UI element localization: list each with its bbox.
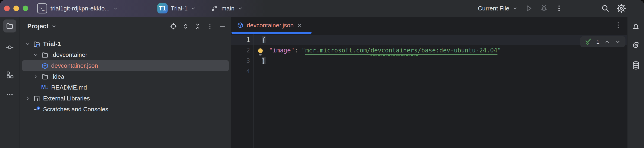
tree-item-label: .idea (51, 73, 64, 80)
project-tree: Trial-1 .devcontainer devcontainer.json (20, 39, 231, 115)
code-line-1: { (262, 35, 501, 45)
next-problem-chevron-down-icon[interactable] (615, 39, 621, 45)
expand-all-icon[interactable] (182, 23, 189, 30)
previous-problem-chevron-up-icon[interactable] (604, 39, 610, 45)
libraries-icon (33, 95, 40, 102)
code-line-3: } (262, 56, 501, 66)
traffic-lights (4, 6, 28, 11)
project-panel-header: Project (20, 17, 231, 36)
active-tab-indicator (232, 32, 312, 34)
tree-row-devcontainer-folder[interactable]: .devcontainer (22, 49, 229, 60)
line-number: 1 (231, 35, 250, 45)
folder-icon (6, 22, 14, 30)
stripe-divider (5, 61, 15, 61)
chevron-right-icon[interactable] (25, 96, 30, 101)
terminal-project-icon: >_ (37, 3, 47, 14)
tree-item-label: Trial-1 (43, 40, 61, 48)
task-label: Trial-1 (171, 5, 188, 12)
chevron-down-icon (238, 6, 243, 11)
markdown-file-icon: M↓ (41, 84, 48, 91)
chevron-spacer (33, 85, 38, 90)
collapse-all-icon[interactable] (194, 23, 201, 30)
editor-body[interactable]: 1 2 3 4 { "image": "mcr.microsoft.com/de… (231, 34, 627, 148)
tree-row-external-libraries[interactable]: External Libraries (22, 93, 229, 104)
more-toolwindows-button[interactable] (3, 88, 16, 101)
chevron-down-icon[interactable] (25, 42, 30, 47)
intention-bulb-icon[interactable] (256, 48, 264, 56)
code-line-2: "image": "mcr.microsoft.com/devcontainer… (262, 45, 501, 56)
hide-panel-icon[interactable] (219, 23, 226, 30)
chevron-spacer (25, 107, 30, 112)
tree-item-label: .devcontainer (51, 51, 87, 58)
title-bar: >_ trial1git-rdjkpn-ekkfo... T1 Trial-1 … (0, 0, 644, 17)
main-area: Project Trial-1 (0, 17, 644, 148)
run-icon[interactable] (524, 4, 533, 13)
tree-row-readme[interactable]: M↓ README.md (22, 82, 229, 93)
panel-options-kebab-icon[interactable] (206, 23, 214, 30)
panel-header-actions (170, 23, 226, 30)
tree-item-label: devcontainer.json (51, 62, 98, 69)
ellipsis-icon (6, 91, 14, 99)
zoom-window-button[interactable] (23, 6, 28, 11)
branch-name: main (221, 5, 234, 12)
tree-item-label: External Libraries (43, 95, 90, 102)
task-widget[interactable]: T1 Trial-1 (158, 3, 196, 14)
code-content[interactable]: { "image": "mcr.microsoft.com/devcontain… (262, 35, 501, 66)
tab-options-kebab-icon[interactable] (614, 21, 622, 29)
settings-gear-icon[interactable] (617, 4, 626, 13)
task-badge: T1 (158, 3, 168, 14)
tab-devcontainer-json[interactable]: devcontainer.json (231, 17, 308, 34)
devcontainer-cube-icon (41, 62, 48, 70)
close-tab-icon[interactable] (297, 23, 302, 28)
minimize-window-button[interactable] (14, 6, 19, 11)
database-icon[interactable] (632, 61, 640, 70)
structure-toolwindow-button[interactable] (3, 68, 16, 81)
chevron-right-icon[interactable] (33, 74, 38, 79)
project-root-folder-icon (33, 40, 40, 48)
left-toolwindow-stripe (0, 17, 20, 148)
vcs-widget[interactable]: main (211, 5, 242, 12)
titlebar-right-actions: Current File (478, 4, 626, 13)
notifications-bell-icon[interactable] (632, 22, 640, 32)
inspections-widget[interactable]: 1 (580, 36, 626, 47)
window-project-title: trial1git-rdjkpn-ekkfo... (50, 5, 110, 12)
project-toolwindow-button[interactable] (3, 20, 16, 33)
line-number: 4 (231, 66, 250, 77)
folder-icon (41, 73, 48, 80)
commit-toolwindow-button[interactable] (3, 41, 16, 54)
project-panel: Project Trial-1 (20, 17, 231, 148)
inspections-ok-icon (585, 38, 592, 46)
project-widget[interactable]: >_ trial1git-rdjkpn-ekkfo... (37, 3, 118, 14)
tree-item-label: README.md (51, 84, 87, 91)
editor-area: devcontainer.json 1 2 3 4 { "image": "mc… (231, 17, 627, 148)
panel-title[interactable]: Project (27, 23, 48, 30)
run-configuration-label: Current File (478, 5, 509, 12)
scratches-icon (33, 106, 40, 113)
structure-icon (6, 71, 14, 79)
more-actions-kebab-icon[interactable] (555, 5, 563, 12)
ai-assistant-icon[interactable] (632, 42, 640, 51)
tree-row-trial-1[interactable]: Trial-1 (22, 39, 229, 49)
chevron-down-icon (191, 6, 196, 11)
tree-row-idea-folder[interactable]: .idea (22, 71, 229, 82)
chevron-down-icon (113, 6, 118, 11)
tree-item-label: Scratches and Consoles (43, 106, 108, 113)
debug-icon[interactable] (540, 4, 548, 13)
chevron-down-icon[interactable] (52, 24, 56, 29)
locate-file-icon[interactable] (170, 23, 177, 30)
gutter-separator (254, 34, 254, 148)
tree-row-devcontainer-json[interactable]: devcontainer.json (22, 60, 229, 71)
tab-label: devcontainer.json (247, 22, 294, 29)
inspections-count: 1 (596, 39, 600, 45)
right-toolwindow-stripe (627, 17, 644, 148)
run-configuration-selector[interactable]: Current File (478, 5, 518, 12)
folder-icon (41, 51, 48, 59)
git-branch-icon (211, 5, 218, 12)
editor-tab-bar: devcontainer.json (231, 17, 627, 34)
tree-row-scratches[interactable]: Scratches and Consoles (22, 104, 229, 115)
line-number: 3 (231, 56, 250, 66)
close-window-button[interactable] (4, 6, 10, 11)
chevron-down-icon[interactable] (33, 52, 38, 58)
search-everywhere-icon[interactable] (601, 4, 610, 13)
commit-icon (6, 43, 14, 51)
